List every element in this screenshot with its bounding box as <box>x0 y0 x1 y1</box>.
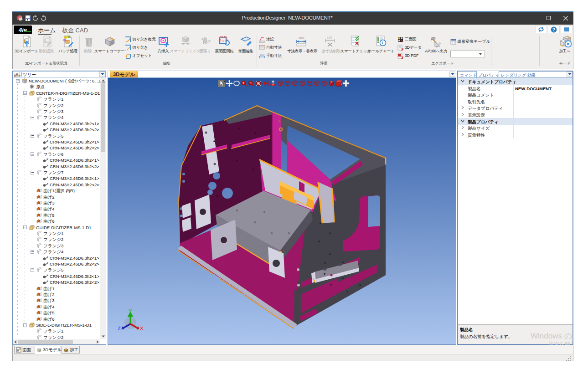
svg-text:?: ? <box>552 27 555 32</box>
svg-text:X: X <box>140 326 144 331</box>
svg-text:100: 100 <box>298 36 304 40</box>
svg-text:100: 100 <box>327 36 332 39</box>
svg-text:Z: Z <box>118 326 121 331</box>
svg-text:i: i <box>382 41 383 45</box>
